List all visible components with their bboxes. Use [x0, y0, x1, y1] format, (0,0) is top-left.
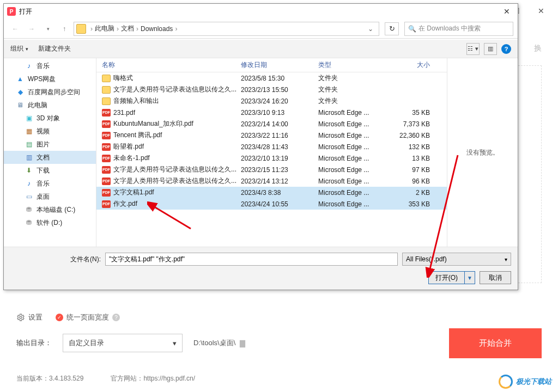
new-folder-button[interactable]: 新建文件夹 — [38, 44, 71, 53]
nav-back-button[interactable]: ← — [8, 22, 22, 35]
preview-pane-button[interactable]: ▥ — [484, 43, 497, 55]
file-size: 96 KB — [397, 177, 441, 185]
dialog-close-button[interactable]: ✕ — [499, 5, 514, 17]
music-icon: ♪ — [25, 179, 33, 188]
crumb-documents[interactable]: 文档 — [121, 24, 134, 33]
search-placeholder: 在 Downloads 中搜索 — [418, 24, 481, 33]
sidebar: ♪音乐▲WPS网盘◆百度网盘同步空间🖥此电脑▣3D 对象▦视频▤图片▥文档⬇下载… — [4, 58, 96, 247]
sidebar-item-disk[interactable]: ⛃软件 (D:) — [4, 216, 96, 229]
sidebar-item-music[interactable]: ♪音乐 — [4, 59, 96, 72]
col-name[interactable]: 名称 — [102, 60, 241, 70]
file-open-dialog: P 打开 ✕ ← → ▾ ↑ › 此电脑 › 文档 › Downloads › … — [3, 3, 518, 290]
col-size[interactable]: 大小 — [397, 60, 441, 70]
file-row[interactable]: PDF231.pdf2023/3/10 9:13Microsoft Edge .… — [96, 107, 447, 118]
breadcrumb[interactable]: › 此电脑 › 文档 › Downloads › ⌄ — [74, 22, 379, 36]
file-type: Microsoft Edge ... — [318, 155, 397, 162]
pdf-icon: PDF — [102, 143, 111, 151]
file-row[interactable]: PDF盼望着.pdf2023/4/28 11:43Microsoft Edge … — [96, 141, 447, 152]
sidebar-item-label: 音乐 — [37, 62, 50, 71]
file-type: Microsoft Edge ... — [318, 200, 397, 208]
file-type-filter[interactable]: All Files(*.pdf)▾ — [402, 253, 511, 266]
pdf-icon: PDF — [102, 109, 111, 117]
search-icon: 🔍 — [408, 25, 416, 33]
sidebar-item-label: 图片 — [37, 140, 50, 149]
sidebar-item-pic[interactable]: ▤图片 — [4, 138, 96, 151]
file-date: 2023/4/24 10:55 — [241, 200, 318, 208]
disk-icon: ⛃ — [25, 205, 33, 214]
sidebar-item-label: 3D 对象 — [37, 114, 60, 123]
wps-icon: ▲ — [16, 75, 25, 83]
col-date[interactable]: 修改日期 — [241, 60, 318, 70]
file-type: Microsoft Edge ... — [318, 177, 397, 185]
filename-input[interactable] — [105, 253, 398, 266]
sidebar-item-label: 桌面 — [37, 192, 50, 201]
file-row[interactable]: 嗨格式2023/5/8 15:30文件夹 — [96, 72, 447, 84]
sidebar-item-disk[interactable]: ⛃本地磁盘 (C:) — [4, 203, 96, 216]
sidebar-item-label: 本地磁盘 (C:) — [37, 205, 75, 215]
file-type: 文件夹 — [318, 96, 397, 106]
organize-button[interactable]: 组织▾ — [10, 44, 28, 53]
filename-label: 文件名(N): — [70, 255, 101, 264]
crumb-pc[interactable]: 此电脑 — [95, 24, 114, 33]
output-mode-value: 自定义目录 — [69, 338, 104, 348]
file-name: 作文.pdf — [113, 199, 137, 209]
cancel-button[interactable]: 取消 — [480, 271, 511, 284]
file-date: 2023/4/28 11:43 — [241, 143, 318, 151]
site-url: https://hgs.pdf.cn/ — [143, 375, 195, 382]
sidebar-item-3d[interactable]: ▣3D 对象 — [4, 112, 96, 125]
search-input[interactable]: 🔍 在 Downloads 中搜索 — [404, 22, 513, 36]
bg-settings-button[interactable]: 设置 — [16, 313, 43, 322]
crumb-downloads[interactable]: Downloads — [141, 25, 173, 33]
start-merge-button[interactable]: 开始合并 — [449, 328, 542, 358]
output-dir-label: 输出目录： — [16, 338, 52, 348]
nav-up-button[interactable]: ↑ — [57, 22, 71, 35]
file-row[interactable]: 文字是人类用符号记录表达信息以传之久...2023/2/13 15:50文件夹 — [96, 84, 447, 95]
sidebar-item-doc[interactable]: ▥文档 — [4, 151, 96, 164]
baidu-icon: ◆ — [16, 88, 25, 96]
sidebar-item-label: 下载 — [37, 166, 50, 175]
file-row[interactable]: PDF文字文稿1.pdf2023/4/3 8:38Microsoft Edge … — [96, 187, 447, 198]
chevron-down-icon[interactable]: ⌄ — [365, 25, 377, 33]
pdf-icon: PDF — [102, 132, 111, 139]
open-button[interactable]: 打开(O) ▼ — [428, 271, 475, 284]
file-name: 文字文稿1.pdf — [113, 188, 154, 197]
file-type: Microsoft Edge ... — [318, 132, 397, 139]
sidebar-item-dl[interactable]: ⬇下载 — [4, 164, 96, 177]
sidebar-item-baidu[interactable]: ◆百度网盘同步空间 — [4, 85, 96, 99]
col-type[interactable]: 类型 — [318, 60, 397, 70]
pdf-icon: PDF — [102, 189, 111, 197]
bg-uniform-width-toggle[interactable]: ✓ 统一页面宽度 ? — [56, 313, 120, 322]
chevron-down-icon[interactable]: ▾ — [41, 22, 55, 35]
file-row[interactable]: PDF未命名-1.pdf2023/2/10 13:19Microsoft Edg… — [96, 152, 447, 164]
output-mode-select[interactable]: 自定义目录 ▾ — [63, 334, 183, 352]
sidebar-item-desk[interactable]: ▭桌面 — [4, 190, 96, 203]
sidebar-item-video[interactable]: ▦视频 — [4, 125, 96, 138]
bg-uniform-label: 统一页面宽度 — [66, 313, 109, 322]
file-name: 文字是人类用符号记录表达信息以传之久... — [113, 165, 236, 174]
file-date: 2023/2/14 14:00 — [241, 120, 318, 128]
file-row[interactable]: 音频输入和输出2023/3/24 16:20文件夹 — [96, 95, 447, 107]
file-row[interactable]: PDF作文.pdf2023/4/24 10:55Microsoft Edge .… — [96, 198, 447, 210]
file-row[interactable]: PDF文字是人类用符号记录表达信息以传之久...2023/2/15 11:23M… — [96, 164, 447, 175]
file-type: 文件夹 — [318, 74, 397, 83]
help-icon[interactable]: ? — [112, 314, 120, 321]
bg-close-button[interactable]: ✕ — [529, 2, 554, 20]
sidebar-item-label: 视频 — [37, 127, 50, 136]
sidebar-item-music[interactable]: ♪音乐 — [4, 177, 96, 190]
file-type: 文件夹 — [318, 85, 397, 94]
sidebar-item-label: 此电脑 — [28, 101, 47, 110]
sidebar-item-pc[interactable]: 🖥此电脑 — [4, 99, 96, 112]
pdf-icon: PDF — [102, 166, 111, 174]
help-icon[interactable]: ? — [501, 44, 511, 54]
dialog-toolbar: 组织▾ 新建文件夹 ☷ ▾ ▥ ? — [4, 40, 518, 58]
file-row[interactable]: PDF文字是人类用符号记录表达信息以传之久...2023/2/14 13:12M… — [96, 175, 447, 187]
view-mode-button[interactable]: ☷ ▾ — [466, 43, 480, 55]
file-row[interactable]: PDFTencent 腾讯.pdf2023/3/22 11:16Microsof… — [96, 130, 447, 141]
sidebar-item-wps[interactable]: ▲WPS网盘 — [4, 72, 96, 85]
file-row[interactable]: PDFKubuntuManual_加水印.pdf2023/2/14 14:00M… — [96, 118, 447, 130]
folder-icon[interactable]: ▇ — [240, 339, 245, 347]
chevron-down-icon[interactable]: ▼ — [465, 272, 475, 284]
nav-refresh-button[interactable]: ↻ — [385, 22, 399, 35]
nav-forward-button[interactable]: → — [25, 22, 39, 35]
file-size: 2 KB — [397, 189, 441, 197]
